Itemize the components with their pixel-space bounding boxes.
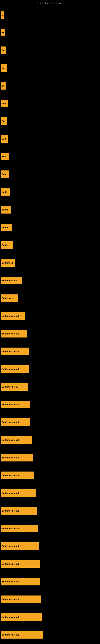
bar-item: Bottleneck result — [1, 578, 40, 586]
bar-label: Bottleneck result — [1, 580, 19, 583]
bar-label: Bottleneck result — [1, 368, 19, 370]
bar-item: Bottleneck result — [1, 365, 29, 373]
bar-row: Bottleneck resu — [0, 272, 100, 290]
site-title: TheBottlenecker.com — [0, 0, 100, 6]
bar-label: Bott — [1, 102, 6, 105]
bar-label: Bott — [1, 155, 6, 158]
bar-item: Bottleneck result — [1, 596, 41, 603]
bar-item: Bott — [1, 100, 8, 107]
bar-row: Bottleneck result — [0, 555, 100, 573]
bar-row: Bott — [0, 148, 100, 166]
bar-item: Bottleneck result — [1, 418, 30, 426]
bar-label: Bottleneck result — [1, 403, 19, 406]
bar-label: Bottleneck result — [1, 332, 19, 335]
bar-row: Bottleneck result — [0, 307, 100, 325]
bar-item: B — [1, 11, 4, 19]
bar-row: Bott — [0, 166, 100, 183]
bar-row: Bottlen — [0, 236, 100, 254]
bar-item: Bo — [1, 46, 6, 54]
bar-item: Bot — [1, 117, 7, 125]
bar-label: Bottleneck result — [1, 350, 19, 352]
bar-item: Bottl — [1, 188, 10, 196]
bar-row: Bottl — [0, 183, 100, 201]
bar-label: Bottleneck result — [1, 527, 19, 530]
bar-item: Bottle — [1, 206, 11, 214]
bar-item: Bottleneck result — [1, 613, 42, 621]
bar-item: Bottleneck result — [1, 631, 43, 638]
bar-label: Bottleneck result — [1, 616, 19, 618]
bar-row: Bottleneck result — [0, 520, 100, 537]
bar-label: Bott — [1, 173, 6, 176]
bar-row: Bottleneck result — [0, 626, 100, 644]
bar-row: Bottle — [0, 218, 100, 236]
bar-item: Bottleneck result — [1, 312, 25, 320]
bar-label: Bottleneck result — [1, 492, 19, 494]
bar-row: Bottleneck result — [0, 413, 100, 431]
bar-row: Bottleneck result — [0, 342, 100, 360]
bar-row: B — [0, 6, 100, 24]
bar-item: Bottleneck result — [1, 525, 38, 532]
bar-label: Bottleneck result — [1, 634, 19, 636]
bar-item: Bott — [1, 135, 8, 143]
bar-item: Bottleneck — [1, 259, 15, 267]
bar-item: Bo — [1, 29, 5, 36]
bar-item: Bottleneck result — [1, 507, 37, 514]
bar-label: Bottleneck result — [1, 598, 19, 600]
bar-row: Bo — [0, 42, 100, 59]
bar-label: Bottleneck result — [1, 563, 19, 565]
bar-label: Bottleneck result — [1, 474, 19, 476]
bar-row: Bottleneck result — [0, 449, 100, 466]
bar-label: Bottle — [1, 226, 8, 228]
bar-item: Bottleneck resu — [1, 383, 28, 391]
bar-label: Bot — [1, 120, 5, 122]
bar-label: Bottleneck result — [1, 421, 19, 424]
bar-item: Bottleneck result — [1, 436, 32, 444]
bar-label: Bottleneck result — [1, 545, 19, 548]
bar-row: Bottleneck resu — [0, 378, 100, 396]
bar-row: Bottleneck result — [0, 537, 100, 555]
bar-row: Bot — [0, 59, 100, 77]
bar-item: Bottleneck r — [1, 294, 18, 302]
bar-item: Bottleneck result — [1, 472, 34, 479]
bar-row: Bottleneck — [0, 254, 100, 272]
bar-row: Bottleneck result — [0, 573, 100, 590]
bar-row: Bottleneck result — [0, 360, 100, 378]
bar-row: Bo — [0, 77, 100, 94]
bar-item: Bottleneck resu — [1, 277, 22, 284]
bar-label: B — [1, 14, 3, 16]
bar-item: Bottleneck result — [1, 489, 36, 497]
bar-label: Bo — [1, 49, 4, 52]
bar-item: Bo — [1, 82, 6, 90]
bar-item: Bottleneck result — [1, 560, 40, 568]
bar-label: Bottleneck — [1, 262, 13, 264]
bar-row: Bottleneck result — [0, 466, 100, 484]
bar-label: Bot — [1, 67, 5, 69]
bar-item: Bottleneck result — [1, 348, 29, 355]
bar-row: Bottleneck r — [0, 290, 100, 307]
bar-row: Bot — [0, 112, 100, 130]
bar-label: Bottleneck resu — [1, 386, 18, 388]
bars-container: BBoBoBotBoBottBotBottBottBottBottlBottle… — [0, 6, 100, 644]
bar-row: Bott — [0, 130, 100, 148]
bar-row: Bottleneck result — [0, 502, 100, 520]
bar-label: Bottleneck r — [1, 297, 14, 300]
bar-item: Bottleneck result — [1, 542, 39, 550]
bar-item: Bott — [1, 153, 9, 160]
bar-label: Bottle — [1, 208, 8, 211]
bar-row: Bott — [0, 94, 100, 112]
bar-row: Bottleneck result — [0, 590, 100, 608]
bar-label: Bottleneck resu — [1, 279, 18, 282]
bar-row: Bottle — [0, 201, 100, 218]
bar-label: Bott — [1, 138, 6, 140]
bar-row: Bo — [0, 24, 100, 42]
bar-item: Bot — [1, 64, 7, 72]
bar-item: Bottleneck result — [1, 330, 27, 338]
bar-item: Bottleneck result — [1, 454, 33, 462]
bar-label: Bo — [1, 84, 4, 87]
bar-row: Bottleneck result — [0, 484, 100, 502]
bar-item: Bottle — [1, 224, 12, 231]
bar-label: Bottl — [1, 191, 7, 193]
bar-row: Bottleneck result — [0, 325, 100, 342]
bar-row: Bottleneck result — [0, 396, 100, 413]
bar-row: Bottleneck result — [0, 431, 100, 449]
